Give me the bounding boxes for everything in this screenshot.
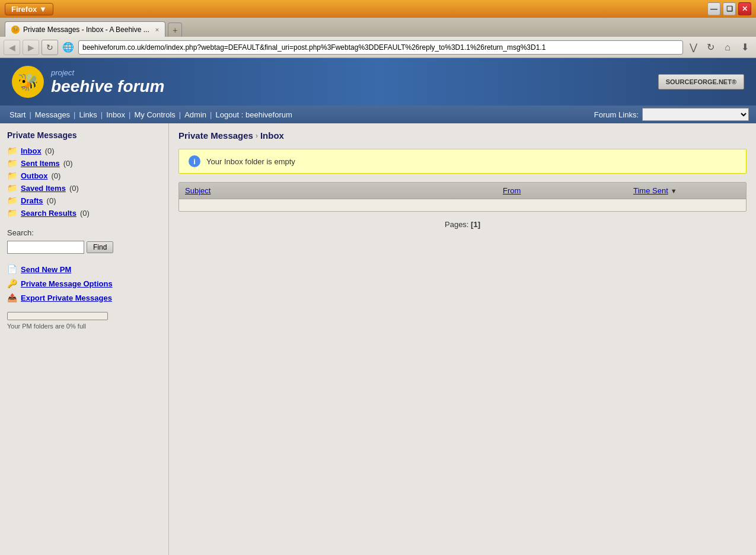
nav-link-admin[interactable]: Admin <box>182 110 209 119</box>
info-message-text: Your Inbox folder is empty <box>206 157 295 166</box>
nav-link-start[interactable]: Start <box>7 110 28 119</box>
forum-links-label: Forum Links: <box>594 110 639 119</box>
search-label: Search: <box>7 228 161 237</box>
sidebar-title: Private Messages <box>7 130 161 140</box>
main-layout: Private Messages 📁 Inbox (0) 📁 Sent Item… <box>0 123 756 555</box>
logo-beehive-label: beehive forum <box>51 77 164 96</box>
maximize-button[interactable]: ❑ <box>723 2 736 15</box>
sourceforge-badge[interactable]: SOURCEFORGE.NET® <box>658 74 744 90</box>
nav-menu: Start | Messages | Links | Inbox | My Co… <box>0 106 756 123</box>
outbox-count: (0) <box>52 171 61 180</box>
search-input[interactable] <box>7 241 84 254</box>
subject-sort-link[interactable]: Subject <box>185 186 210 195</box>
search-results-count: (0) <box>80 209 90 218</box>
title-bar: Firefox ▼ — ❑ ✕ <box>0 0 756 18</box>
breadcrumb-current: Inbox <box>260 130 284 141</box>
export-pm-item[interactable]: 📤 Export Private Messages <box>7 293 161 302</box>
home-icon[interactable]: ⌂ <box>720 40 735 55</box>
forum-links-select[interactable] <box>642 108 749 121</box>
breadcrumb-separator: › <box>256 132 258 140</box>
logo-bee-icon: 🐝 <box>12 66 44 98</box>
col-header-from: From <box>503 186 633 195</box>
logo-text: project beehive forum <box>51 68 164 96</box>
send-pm-icon: 📄 <box>7 264 17 274</box>
pm-options-link[interactable]: Private Message Options <box>21 279 113 288</box>
sidebar-item-sent[interactable]: 📁 Sent Items (0) <box>7 158 161 168</box>
active-tab[interactable]: 🐝 Private Messages - Inbox - A Beehive .… <box>5 21 165 37</box>
table-body <box>179 199 746 211</box>
breadcrumb-root[interactable]: Private Messages <box>178 130 253 141</box>
sidebar-item-drafts[interactable]: 📁 Drafts (0) <box>7 196 161 205</box>
info-message: i Your Inbox folder is empty <box>178 149 747 174</box>
nav-link-logout[interactable]: Logout : beehiveforum <box>213 110 294 119</box>
reload-icon[interactable]: ↻ <box>703 40 718 55</box>
sidebar-item-outbox[interactable]: 📁 Outbox (0) <box>7 171 161 180</box>
find-button[interactable]: Find <box>87 241 113 253</box>
tab-bar: 🐝 Private Messages - Inbox - A Beehive .… <box>0 18 756 37</box>
send-new-pm-link[interactable]: Send New PM <box>21 265 71 274</box>
messages-table: Subject From Time Sent ▼ <box>178 182 747 212</box>
page-content: 🐝 project beehive forum SOURCEFORGE.NET®… <box>0 58 756 555</box>
inbox-link[interactable]: Inbox <box>21 146 42 155</box>
nav-link-messages[interactable]: Messages <box>33 110 72 119</box>
main-content-area: Private Messages › Inbox i Your Inbox fo… <box>169 123 756 555</box>
tab-title: Private Messages - Inbox - A Beehive ... <box>23 25 149 34</box>
nav-link-links[interactable]: Links <box>77 110 100 119</box>
pm-options-icon: 🔑 <box>7 279 17 288</box>
minimize-button[interactable]: — <box>707 2 720 15</box>
nav-link-inbox[interactable]: Inbox <box>104 110 127 119</box>
address-bar[interactable] <box>78 40 683 55</box>
col-header-time: Time Sent ▼ <box>633 186 740 195</box>
send-new-pm-item[interactable]: 📄 Send New PM <box>7 264 161 274</box>
close-button[interactable]: ✕ <box>738 2 751 15</box>
pages-row: Pages: [1] <box>178 220 747 229</box>
outbox-link[interactable]: Outbox <box>21 171 48 180</box>
search-results-link[interactable]: Search Results <box>21 209 76 218</box>
saved-items-link[interactable]: Saved Items <box>21 184 66 193</box>
folder-icon-drafts: 📁 <box>7 196 17 205</box>
folder-icon-outbox: 📁 <box>7 171 17 180</box>
progress-bar-container <box>7 312 108 320</box>
time-sort-link[interactable]: Time Sent <box>633 186 668 195</box>
tab-close-icon[interactable]: × <box>155 26 159 33</box>
new-tab-button[interactable]: + <box>168 23 182 37</box>
sidebar-item-saved[interactable]: 📁 Saved Items (0) <box>7 183 161 193</box>
from-sort-link[interactable]: From <box>503 186 521 195</box>
forum-links-area: Forum Links: <box>594 108 749 121</box>
col-header-subject: Subject <box>185 186 503 195</box>
sent-items-link[interactable]: Sent Items <box>21 159 60 168</box>
sidebar-item-inbox[interactable]: 📁 Inbox (0) <box>7 146 161 155</box>
pages-label: Pages: <box>445 220 468 229</box>
firefox-menu-button[interactable]: Firefox ▼ <box>5 3 53 15</box>
navigation-bar: ◀ ▶ ↻ 🌐 ⋁ ↻ ⌂ ⬇ <box>0 37 756 58</box>
nav-menu-links: Start | Messages | Links | Inbox | My Co… <box>7 110 295 119</box>
page-number[interactable]: [1] <box>471 220 480 229</box>
drafts-count: (0) <box>47 196 56 205</box>
refresh-button[interactable]: ↻ <box>42 40 58 55</box>
download-icon[interactable]: ⬇ <box>737 40 752 55</box>
location-icon: 🌐 <box>60 40 76 55</box>
search-row: Find <box>7 241 161 254</box>
inbox-count: (0) <box>45 146 55 155</box>
folder-icon-saved: 📁 <box>7 183 17 193</box>
nav-link-my-controls[interactable]: My Controls <box>132 110 177 119</box>
progress-text: Your PM folders are 0% full <box>7 323 161 330</box>
logo-area: 🐝 project beehive forum <box>12 66 164 98</box>
sidebar-actions: 📄 Send New PM 🔑 Private Message Options … <box>7 264 161 302</box>
drafts-link[interactable]: Drafts <box>21 196 43 205</box>
sort-indicator-icon: ▼ <box>671 187 677 194</box>
site-header: 🐝 project beehive forum SOURCEFORGE.NET® <box>0 58 756 106</box>
tab-favicon: 🐝 <box>11 25 20 34</box>
table-header: Subject From Time Sent ▼ <box>179 183 746 199</box>
pm-options-item[interactable]: 🔑 Private Message Options <box>7 279 161 288</box>
sidebar-item-search-results[interactable]: 📁 Search Results (0) <box>7 208 161 218</box>
folder-icon-search-results: 📁 <box>7 208 17 218</box>
sidebar: Private Messages 📁 Inbox (0) 📁 Sent Item… <box>0 123 169 555</box>
pm-progress: Your PM folders are 0% full <box>7 312 161 330</box>
logo-project-label: project <box>51 68 164 77</box>
folder-icon-inbox: 📁 <box>7 146 17 155</box>
forward-button[interactable]: ▶ <box>23 40 39 55</box>
back-button[interactable]: ◀ <box>4 40 20 55</box>
bookmark-icon[interactable]: ⋁ <box>685 40 701 55</box>
export-pm-link[interactable]: Export Private Messages <box>21 294 112 302</box>
